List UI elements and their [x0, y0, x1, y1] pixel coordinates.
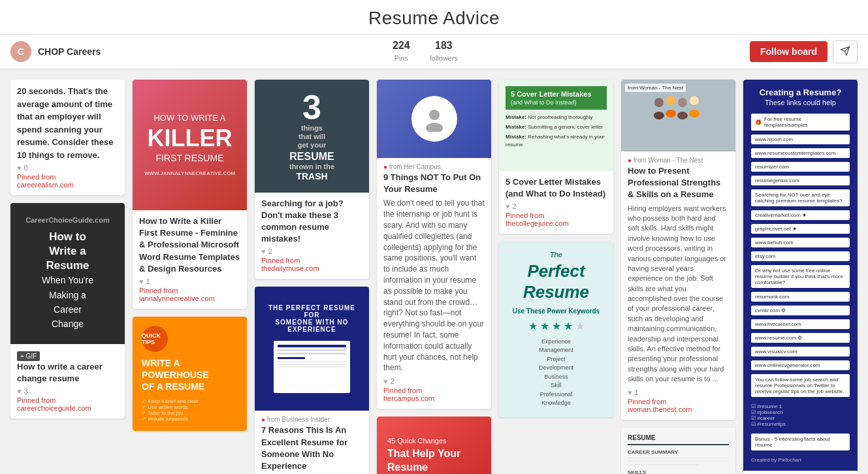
grid-col-1: 20 seconds. That's the average amount of…	[10, 80, 125, 419]
card-no-experience[interactable]: THE PERFECT RESUME FORSOMEONE WITH NOEXP…	[255, 287, 369, 474]
creating-resume-heading: Creating a Resume?These links could help	[751, 87, 850, 107]
card-source: Pinned from hercampus.com	[383, 387, 485, 402]
board-name: CHOP Careers	[38, 46, 101, 57]
board-actions: Follow board	[750, 40, 858, 63]
heart-icon: ♥	[628, 388, 632, 396]
grid-col-2: HOW TO WRITE A KILLER FIRST RESUME WWW.J…	[133, 80, 247, 431]
card-likes: ♥ 2	[261, 247, 362, 255]
svg-point-8	[678, 98, 687, 107]
card-title: How to Present Professional Strengths & …	[628, 165, 729, 201]
svg-point-2	[429, 110, 440, 120]
card-likes: ♥ 2	[506, 202, 607, 210]
card-source: Pinned from careerchoiceguide.com	[17, 396, 118, 412]
pin-grid: 20 seconds. That's the average amount of…	[0, 69, 868, 474]
quick-tips-badge: QUICK TIPS	[142, 326, 168, 352]
board-bar: C CHOP Careers 224 Pins 183 followers Fo…	[0, 35, 868, 69]
grid-col-3: 3 thingsthat willget yourRESUMEthrown in…	[255, 80, 369, 474]
grid-col-7: Creating a Resume?These links could help…	[743, 80, 858, 474]
card-source: Pinned from woman.thenest.com	[628, 398, 729, 413]
card-career-change[interactable]: CareerChoiceGuide.com How toWrite aResum…	[10, 203, 125, 419]
card-likes: ♥ 3	[17, 387, 118, 395]
card-desc: Hiring employers want workers who posses…	[628, 204, 729, 385]
card-likes: ♥ 0	[17, 164, 118, 172]
card-title: 5 Cover Letter Mistakes (and What to Do …	[506, 176, 607, 200]
killer-resume-text: HOW TO WRITE A	[153, 113, 225, 124]
svg-point-6	[666, 96, 675, 105]
card-source: Pinned from careerealism.com	[17, 173, 118, 189]
from-label: ● from Her Campus	[383, 163, 485, 170]
heart-icon: ♥	[17, 387, 22, 395]
avatar: C	[10, 41, 31, 62]
svg-point-9	[677, 112, 688, 119]
card-title: 9 Things NOT To Put On Your Resume	[383, 172, 485, 195]
card-likes: ♥ 2	[383, 377, 485, 385]
page-title: Resume Advice	[0, 8, 868, 29]
heart-icon: ♥	[17, 164, 22, 172]
resume-preview	[274, 341, 351, 393]
followers-count: 183	[430, 40, 458, 52]
send-button[interactable]	[833, 40, 858, 63]
resume-header-mock: RESUME	[628, 434, 729, 445]
card-desc: We don't need to tell you that the inter…	[383, 198, 485, 373]
cover-letter-heading: 5 Cover Letter Mistakes(and What to Do I…	[506, 86, 607, 110]
perfect-resume-heading: THE PERFECT RESUME FORSOMEONE WITH NOEXP…	[264, 304, 360, 333]
card-45-changes[interactable]: 45 Quick Changes That Help YourResumeGet…	[377, 417, 491, 474]
header: Resume Advice C CHOP Careers 224 Pins 18…	[0, 0, 868, 69]
first-resume-text: FIRST RESUME	[156, 153, 224, 164]
person-icon	[411, 96, 457, 142]
card-9-things[interactable]: ● from Her Campus 9 Things NOT To Put On…	[377, 80, 491, 409]
career-change-image-text: How toWrite aResumeWhen You'reMaking aCa…	[42, 230, 93, 331]
follow-board-button[interactable]: Follow board	[750, 41, 828, 62]
card-title: How to write a career change resume	[17, 361, 118, 385]
perfect-resume-logo: PerfectResume	[523, 261, 589, 302]
pins-label: Pins	[394, 54, 408, 62]
svg-point-4	[654, 98, 664, 107]
grid-col-6: from Woman - The Nest ● from Woman - The…	[621, 80, 735, 474]
people-group	[646, 86, 711, 145]
board-stats: 224 Pins 183 followers	[101, 40, 750, 63]
heart-icon: ♥	[261, 247, 266, 255]
pins-stat: 224 Pins	[393, 40, 410, 63]
card-creating-resume[interactable]: Creating a Resume?These links could help…	[743, 80, 858, 474]
grid-col-4: ● from Her Campus 9 Things NOT To Put On…	[377, 80, 491, 474]
45-changes-text: That Help YourResumeGet Noticed	[387, 447, 460, 474]
card-perfect-resume[interactable]: The PerfectResume Use These Power Keywor…	[499, 242, 613, 417]
from-label: ● from Business Insider	[261, 416, 362, 423]
card-title: How to Write a Killer First Resume - Fem…	[139, 215, 240, 275]
grid-col-5: 5 Cover Letter Mistakes(and What to Do I…	[499, 80, 613, 417]
followers-label: followers	[430, 54, 458, 62]
card-20-seconds[interactable]: 20 seconds. That's the average amount of…	[10, 80, 125, 195]
card-source: Pinned from thecollegejuice.com	[506, 212, 607, 227]
card-3-things[interactable]: 3 thingsthat willget yourRESUMEthrown in…	[255, 80, 369, 279]
svg-point-10	[690, 96, 699, 105]
things-text: thingsthat willget yourRESUMEthrown in t…	[289, 124, 334, 182]
pins-count: 224	[393, 40, 410, 52]
card-professional-strengths[interactable]: from Woman - The Nest ● from Woman - The…	[621, 80, 735, 420]
card-source: Pinned from jannalynnecreative.com	[139, 287, 240, 302]
card-title: Searching for a job? Don't make these 3 …	[261, 198, 362, 245]
card-source: Pinned from thedailymuse.com	[261, 257, 362, 272]
card-powerhouse[interactable]: QUICK TIPS WRITE APOWERHOUSEOF A RESUME …	[133, 317, 247, 431]
heart-icon: ♥	[383, 377, 388, 385]
star-rating: ★ ★ ★ ★ ★	[528, 320, 585, 332]
killer-text: KILLER	[148, 127, 233, 150]
card-cover-letter[interactable]: 5 Cover Letter Mistakes(and What to Do I…	[499, 80, 613, 234]
svg-point-5	[654, 112, 664, 119]
followers-stat: 183 followers	[430, 40, 458, 63]
card-killer-resume[interactable]: HOW TO WRITE A KILLER FIRST RESUME WWW.J…	[133, 80, 247, 309]
svg-point-3	[426, 123, 443, 132]
card-likes: ♥ 1	[139, 277, 240, 285]
heart-icon: ♥	[139, 277, 144, 285]
career-choice-label: CareerChoiceGuide.com	[25, 216, 109, 225]
number-3: 3	[302, 90, 321, 124]
from-label: ● from Woman - The Nest	[628, 157, 729, 164]
svg-point-11	[689, 110, 699, 118]
powerhouse-text: WRITE APOWERHOUSEOF A RESUME	[142, 357, 238, 393]
gif-badge: + GIF	[17, 351, 40, 361]
card-title: 20 seconds. That's the average amount of…	[17, 85, 118, 161]
card-tips-improve[interactable]: RESUME CAREER SUMMARY SKILLS ABC DEF GHI…	[621, 428, 735, 474]
card-title: 7 Reasons This Is An Excellent Resume fo…	[261, 424, 362, 472]
svg-point-7	[666, 110, 676, 118]
heart-icon: ♥	[506, 202, 510, 210]
board-info: C CHOP Careers	[10, 41, 101, 62]
